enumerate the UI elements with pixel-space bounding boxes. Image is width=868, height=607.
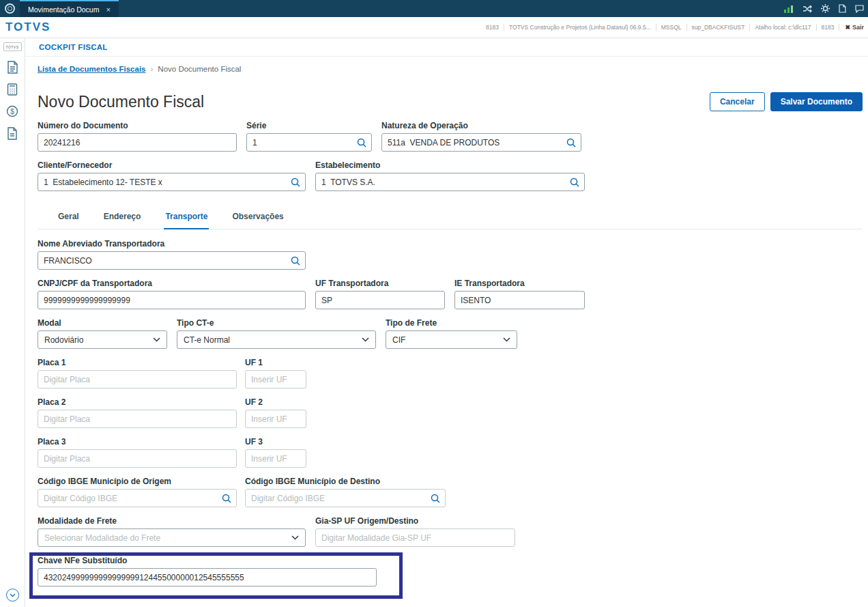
- placa3-label: Placa 3: [38, 437, 237, 447]
- nome-transportadora-label: Nome Abreviado Transportadora: [38, 239, 306, 249]
- placa2-label: Placa 2: [38, 397, 237, 407]
- sidebar-calculator-icon[interactable]: [7, 83, 18, 96]
- chat-icon[interactable]: [855, 5, 864, 13]
- serie-input[interactable]: [246, 133, 372, 152]
- exit-x-icon: ✖: [845, 24, 850, 31]
- uf3-label: UF 3: [245, 437, 306, 447]
- window-topbar: Movimentação Docum ×: [0, 0, 868, 17]
- local-shortcut: Atalho local: c:\dlc117: [750, 24, 816, 31]
- search-icon[interactable]: [222, 494, 231, 503]
- tab-transporte[interactable]: Transporte: [164, 208, 209, 229]
- search-icon[interactable]: [357, 138, 366, 147]
- cancel-button[interactable]: Cancelar: [710, 92, 765, 111]
- cliente-fornecedor-input[interactable]: [38, 173, 306, 191]
- page-title: Novo Documento Fiscal: [38, 93, 204, 111]
- chevron-down-icon: [153, 337, 160, 342]
- shuffle-icon[interactable]: [802, 5, 812, 13]
- uf1-input[interactable]: [245, 370, 306, 389]
- sidebar-totvs-menu-icon[interactable]: TOTVS: [3, 42, 22, 51]
- env-code-2: 8183: [817, 24, 840, 31]
- totvs-logo: TOTVS: [5, 20, 50, 34]
- database-name: MSSQL: [656, 24, 687, 31]
- breadcrumb-link-lista[interactable]: Lista de Documentos Fiscais: [38, 65, 146, 73]
- sidebar-document-alt-icon[interactable]: [7, 127, 18, 140]
- ie-transportadora-input[interactable]: [454, 291, 585, 309]
- uf2-label: UF 2: [245, 397, 306, 407]
- app-header: TOTVS 8183 TOTVS Construção e Projetos (…: [0, 17, 868, 38]
- ibge-destino-input[interactable]: [245, 489, 446, 507]
- sidebar-documents-icon[interactable]: [7, 61, 18, 74]
- natureza-operacao-input[interactable]: [381, 133, 581, 152]
- placa2-input[interactable]: [38, 410, 237, 428]
- placa1-input[interactable]: [38, 370, 237, 389]
- chave-nfe-input[interactable]: [38, 568, 377, 587]
- numero-documento-input[interactable]: [38, 133, 237, 152]
- breadcrumb-current: Novo Documento Fiscal: [158, 65, 241, 73]
- ibge-origem-input[interactable]: [38, 489, 237, 507]
- cliente-fornecedor-label: Cliente/Fornecedor: [38, 160, 306, 170]
- ibge-destino-label: Código IBGE Município de Destino: [245, 477, 446, 486]
- ie-transportadora-label: IE Transportadora: [454, 279, 585, 288]
- connection-status-icon[interactable]: [784, 5, 794, 13]
- form-tabs: Geral Endereço Transporte Observações: [38, 208, 863, 229]
- product-name: TOTVS Construção e Projetos (Linha Datas…: [504, 24, 656, 31]
- svg-text:$: $: [10, 108, 14, 115]
- tab-movimentacao-documentos[interactable]: Movimentação Docum ×: [20, 0, 119, 17]
- placa3-input[interactable]: [38, 449, 237, 468]
- search-icon[interactable]: [291, 256, 300, 266]
- chevron-down-icon: [362, 337, 369, 342]
- nome-transportadora-input[interactable]: [38, 251, 306, 270]
- document-icon[interactable]: [839, 4, 846, 13]
- tab-geral[interactable]: Geral: [57, 208, 81, 229]
- breadcrumb: Lista de Documentos Fiscais › Novo Docum…: [38, 65, 863, 73]
- uf-transportadora-input[interactable]: [315, 291, 445, 309]
- uf2-input[interactable]: [245, 410, 306, 428]
- search-icon[interactable]: [570, 178, 579, 187]
- module-bar: COCKPIT FISCAL: [25, 38, 868, 57]
- search-icon[interactable]: [566, 138, 576, 147]
- gia-sp-label: Gia-SP UF Origem/Destino: [315, 516, 515, 526]
- ibge-origem-label: Código IBGE Município de Origem: [38, 477, 237, 486]
- tipo-cte-label: Tipo CT-e: [177, 318, 376, 328]
- tab-observacoes[interactable]: Observações: [231, 208, 285, 229]
- env-code: 8183: [481, 24, 504, 31]
- natureza-operacao-label: Natureza de Operação: [381, 121, 581, 130]
- modalidade-frete-label: Modalidade de Frete: [38, 516, 306, 526]
- tab-endereco[interactable]: Endereço: [102, 208, 143, 229]
- modal-select[interactable]: Rodoviário: [38, 330, 167, 349]
- sidebar-billing-dollar-icon[interactable]: $: [6, 105, 18, 117]
- session-meta: 8183 TOTVS Construção e Projetos (Linha …: [481, 24, 865, 31]
- chevron-down-icon: [10, 593, 16, 597]
- sidebar-expand-button[interactable]: [6, 589, 19, 602]
- uf-transportadora-label: UF Transportadora: [315, 279, 445, 288]
- search-icon[interactable]: [291, 178, 300, 187]
- uf1-label: UF 1: [245, 358, 306, 367]
- tipo-frete-label: Tipo de Frete: [386, 318, 517, 328]
- save-document-button[interactable]: Salvar Documento: [770, 92, 863, 111]
- modal-label: Modal: [38, 318, 167, 328]
- gia-sp-input[interactable]: [315, 528, 515, 547]
- estabelecimento-input[interactable]: [315, 173, 585, 191]
- cnpj-transportadora-label: CNPJ/CPF da Transportadora: [38, 279, 306, 288]
- gear-icon[interactable]: [821, 4, 830, 13]
- user-name: sup_DBACKFISUST: [687, 24, 751, 31]
- tipo-cte-select[interactable]: CT-e Normal: [177, 330, 376, 349]
- chevron-down-icon: [503, 337, 510, 342]
- tipo-frete-select[interactable]: CIF: [386, 330, 517, 349]
- chevron-down-icon: [291, 535, 299, 540]
- breadcrumb-separator: ›: [151, 65, 154, 73]
- search-icon[interactable]: [431, 494, 440, 503]
- module-title[interactable]: COCKPIT FISCAL: [39, 43, 108, 51]
- tab-close-icon[interactable]: ×: [106, 5, 110, 14]
- serie-label: Série: [246, 121, 372, 130]
- modalidade-frete-select[interactable]: Selecionar Modalidade do Frete: [38, 528, 306, 547]
- chave-nfe-label: Chave NFe Substituído: [38, 556, 377, 565]
- numero-documento-label: Número do Documento: [38, 121, 237, 130]
- left-sidebar: TOTVS $: [0, 38, 25, 607]
- tab-label: Movimentação Docum: [28, 5, 99, 14]
- cnpj-transportadora-input[interactable]: [38, 291, 306, 309]
- app-logo-icon: [5, 3, 15, 14]
- exit-button[interactable]: ✖Sair: [839, 24, 865, 31]
- placa1-label: Placa 1: [38, 358, 237, 367]
- uf3-input[interactable]: [245, 449, 306, 468]
